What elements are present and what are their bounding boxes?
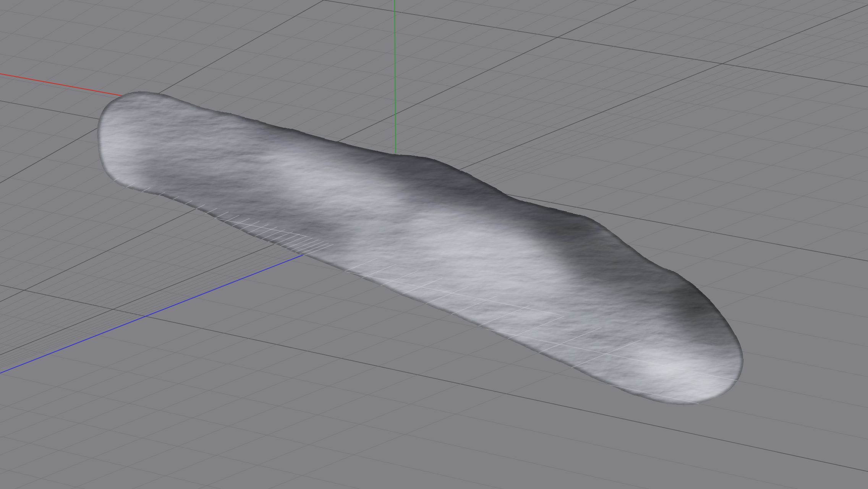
scene-canvas: [0, 0, 868, 489]
viewport-3d[interactable]: [0, 0, 868, 489]
